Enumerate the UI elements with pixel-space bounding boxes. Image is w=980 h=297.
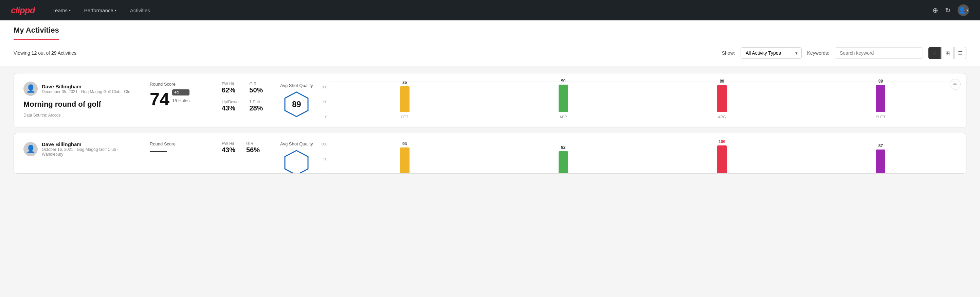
activity-card-2: 👤 Dave Billingham October 16, 2021 · Gog… [14, 133, 966, 174]
activity-title: Morning round of golf [24, 100, 139, 109]
nav-activities[interactable]: Activities [129, 5, 151, 16]
quality-hexagon: Avg Shot Quality 89 [280, 83, 313, 118]
putt-bar [876, 85, 885, 112]
ott-bar [400, 86, 409, 112]
compact-view-button[interactable]: ☰ [954, 47, 966, 59]
user-row-2: 👤 Dave Billingham October 16, 2021 · Gog… [24, 141, 139, 156]
activity-list: ✏ 👤 Dave Billingham December 05, 2021 · … [0, 66, 980, 186]
user-name: Dave Billingham [42, 84, 130, 89]
user-row: 👤 Dave Billingham December 05, 2021 · Go… [24, 81, 139, 96]
hexagon-shape-2 [283, 149, 310, 174]
data-source: Data Source: Arccos [24, 113, 139, 118]
card-left-2: 👤 Dave Billingham October 16, 2021 · Gog… [24, 141, 139, 161]
app-label: APP [487, 115, 639, 119]
putt-label: PUTT [805, 115, 956, 119]
avatar: 👤 [24, 81, 38, 96]
search-input[interactable] [835, 47, 923, 59]
user-info-2: Dave Billingham October 16, 2021 · Gog M… [42, 141, 139, 156]
filters-bar: Viewing 12 out of 29 Activities Show: Al… [0, 40, 980, 66]
round-score-label: Round Score [150, 81, 211, 87]
card-quality: Avg Shot Quality 89 100 50 0 [280, 81, 956, 119]
ott-bar-col-2: 94 [329, 141, 480, 174]
card-stats: FW Hit 62% Up/Down 43% GIR 50% 1 Putt [222, 81, 269, 118]
score-badge: +4 [172, 89, 189, 96]
navbar-right: ⊕ ↻ 👤 ▾ [932, 5, 969, 16]
svg-marker-1 [285, 150, 308, 174]
user-avatar[interactable]: 👤 ▾ [958, 5, 969, 16]
gir-stat-2: GIR 56% [246, 141, 260, 154]
card-quality-2: Avg Shot Quality 100 50 0 [280, 141, 956, 174]
list-view-button[interactable]: ≡ [928, 47, 940, 59]
teams-chevron-icon: ▾ [69, 8, 71, 12]
refresh-icon[interactable]: ↻ [945, 6, 951, 14]
fw-hit-stat-2: FW Hit 43% [222, 141, 235, 154]
putt-bar-col-2: 87 [805, 144, 956, 174]
app-bar [558, 85, 568, 112]
ott-bar-col: 85 [329, 80, 480, 112]
viewing-text: Viewing 12 out of 29 Activities [14, 50, 716, 56]
card-left: 👤 Dave Billingham December 05, 2021 · Go… [24, 81, 139, 118]
user-name-2: Dave Billingham [42, 141, 139, 147]
show-label: Show: [722, 50, 735, 56]
nav-teams[interactable]: Teams ▾ [51, 5, 72, 16]
chart-y-labels: 100 50 0 [321, 85, 329, 119]
add-icon[interactable]: ⊕ [932, 6, 938, 14]
user-meta-2: October 16, 2021 · Gog Magog Golf Club -… [42, 147, 139, 156]
score-dash [150, 151, 167, 152]
user-info: Dave Billingham December 05, 2021 · Gog … [42, 84, 130, 94]
view-buttons: ≡ ⊞ ☰ [928, 47, 966, 59]
chart-y-labels-2: 100 50 0 [321, 142, 329, 174]
performance-chevron-icon: ▾ [115, 8, 116, 12]
page-header: My Activities [0, 21, 980, 40]
user-meta: December 05, 2021 · Gog Magog Golf Club … [42, 89, 130, 94]
hexagon-shape: 89 [283, 91, 310, 118]
gir-stat: GIR 50% [249, 81, 263, 94]
app-bar-col: 90 [487, 78, 639, 112]
activity-type-select[interactable]: All Activity Types [741, 47, 802, 59]
activity-type-select-wrapper: All Activity Types [741, 47, 802, 59]
oneputt-stat: 1 Putt 28% [249, 99, 263, 112]
arg-bar-col: 89 [646, 79, 798, 112]
score-main: 74 +4 18 Holes [150, 89, 211, 108]
arg-label: ARG [646, 115, 798, 119]
updown-stat: Up/Down 43% [222, 99, 239, 112]
arg-bar [717, 85, 727, 112]
hexagon-score: 89 [292, 99, 301, 109]
avatar-chevron-icon: ▾ [966, 8, 969, 13]
bar-chart-2: 100 50 0 94 82 [321, 142, 956, 174]
app-logo[interactable]: clippd [11, 5, 35, 16]
card-score-2: Round Score [150, 141, 211, 152]
avatar-2: 👤 [24, 142, 38, 156]
app-bar-col-2: 82 [487, 145, 639, 174]
round-score-label-2: Round Score [150, 141, 211, 147]
arg-bar-col-2: 106 [646, 139, 798, 174]
fw-hit-stat: FW Hit 62% [222, 81, 239, 94]
score-holes: 18 Holes [172, 98, 189, 103]
card-stats-2: FW Hit 43% GIR 56% [222, 141, 269, 160]
ott-label: OTT [329, 115, 480, 119]
nav-performance[interactable]: Performance ▾ [83, 5, 118, 16]
navbar: clippd Teams ▾ Performance ▾ Activities … [0, 0, 980, 21]
bar-chart: 100 50 0 85 [321, 81, 956, 119]
activity-card: ✏ 👤 Dave Billingham December 05, 2021 · … [14, 73, 966, 128]
page-title: My Activities [14, 26, 59, 40]
card-score: Round Score 74 +4 18 Holes [150, 81, 211, 110]
putt-bar-col: 89 [805, 79, 956, 112]
keywords-label: Keywords: [807, 50, 829, 56]
quality-hexagon-2: Avg Shot Quality [280, 141, 313, 174]
grid-view-button[interactable]: ⊞ [941, 47, 953, 59]
score-number: 74 [150, 90, 169, 108]
